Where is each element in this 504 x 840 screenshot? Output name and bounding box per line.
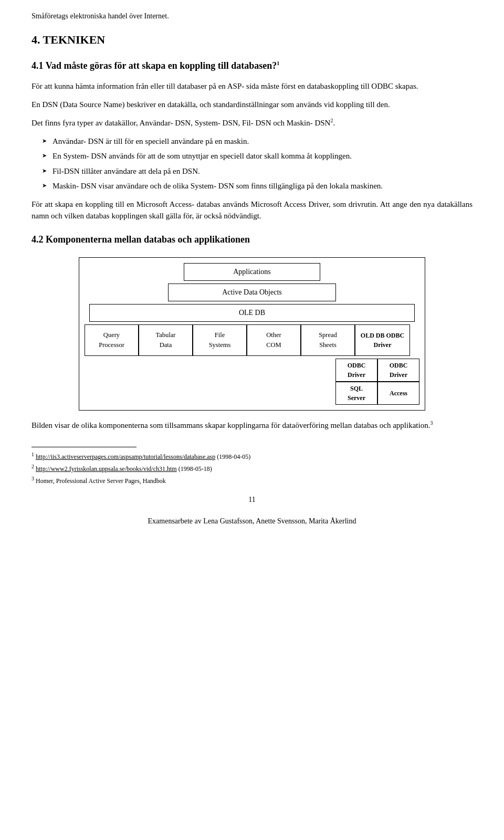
section1-para2: En DSN (Data Source Name) beskriver en d…: [32, 99, 472, 111]
diagram-row-cells: QueryProcessor TabularData FileSystems O…: [85, 324, 419, 356]
cell-tabular-data: TabularData: [139, 324, 193, 356]
diagram-caption: Bilden visar de olika komponenterna som …: [32, 419, 472, 432]
cell-other-com: OtherCOM: [247, 324, 301, 356]
footnote-2: 2 http://www2.fyrisskolan.uppsala.se/boo…: [32, 463, 472, 474]
bullet-list: Användar- DSN är till för en speciell an…: [42, 135, 472, 192]
list-item: Maskin- DSN visar användare och de olika…: [42, 180, 472, 192]
cell-access: Access: [377, 382, 419, 405]
list-item: En System- DSN används för att de som ut…: [42, 150, 472, 162]
cell-odbc-driver-2: ODBCDriver: [377, 359, 419, 382]
diagram-row-applications: Applications: [85, 263, 419, 281]
diagram-row-ado: Active Data Objects: [85, 284, 419, 301]
footer: Examensarbete av Lena Gustafsson, Anette…: [32, 516, 472, 527]
footnote-2-link[interactable]: http://www2.fyrisskolan.uppsala.se/books…: [36, 465, 177, 472]
section2-title: 4.2 Komponenterna mellan databas och app…: [32, 233, 472, 247]
cell-sql-server: SQLServer: [335, 382, 377, 405]
footnotes: 1 http://iis3.activeserverpages.com/asps…: [32, 450, 472, 486]
section1-para1: För att kunna hämta information från ell…: [32, 80, 472, 92]
footnote-ref-1: 1: [277, 60, 279, 66]
cell-query-processor: QueryProcessor: [85, 324, 139, 356]
header-line: Småföretags elektroniska handel över Int…: [32, 10, 472, 22]
diagram-row-sql: SQLServer Access: [85, 382, 419, 405]
section1-para4: För att skapa en koppling till en Micros…: [32, 198, 472, 222]
cell-olddb-odbc-driver: OLD DB ODBCDriver: [355, 324, 410, 356]
footnote-1: 1 http://iis3.activeserverpages.com/asps…: [32, 450, 472, 461]
cell-file-systems: FileSystems: [193, 324, 247, 356]
section1-para3: Det finns fyra typer av datakällor, Anvä…: [32, 117, 472, 129]
diagram: Applications Active Data Objects OLE DB …: [79, 257, 425, 411]
footnote-3: 3 Homer, Professional Active Server Page…: [32, 475, 472, 486]
cell-odbc-driver-1: ODBCDriver: [335, 359, 377, 382]
page-number: 11: [32, 494, 472, 505]
ado-box: Active Data Objects: [168, 284, 336, 301]
diagram-row-odbc: ODBCDriver ODBCDriver: [85, 359, 419, 382]
footnote-1-link[interactable]: http://iis3.activeserverpages.com/aspsam…: [36, 453, 215, 460]
chapter-title: 4. TEKNIKEN: [32, 31, 472, 48]
footnote-divider: [32, 447, 136, 447]
diagram-row-oledb: OLE DB: [85, 304, 419, 322]
section1-title: 4.1 Vad måste göras för att skapa en kop…: [32, 59, 472, 73]
cell-spread-sheets: SpreadSheets: [301, 324, 355, 356]
diagram-wrapper: Applications Active Data Objects OLE DB …: [32, 257, 472, 411]
footnote-ref-3: 3: [430, 420, 433, 426]
applications-box: Applications: [184, 263, 320, 281]
list-item: Fil-DSN tillåter användare att dela på e…: [42, 165, 472, 177]
list-item: Användar- DSN är till för en speciell an…: [42, 135, 472, 148]
oledb-box: OLE DB: [89, 304, 415, 322]
